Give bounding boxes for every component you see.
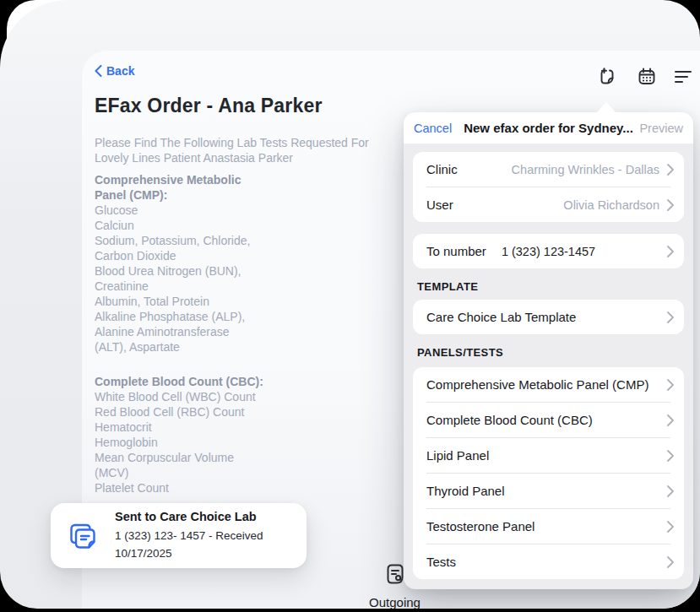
chevron-right-icon [667, 311, 674, 323]
cmp-heading: Panel (CMP): [95, 187, 373, 203]
cbc-item: Mean Corpuscular Volume [95, 450, 373, 465]
cbc-item: Platelet Count [95, 480, 373, 496]
panel-row-lipid[interactable]: Lipid Panel [413, 438, 684, 473]
template-row[interactable]: Care Choice Lab Template [413, 300, 684, 334]
panel-row-tests[interactable]: Tests [413, 544, 684, 579]
template-section-header: TEMPLATE [417, 280, 681, 293]
template-value: Care Choice Lab Template [426, 310, 576, 324]
back-button[interactable]: Back [95, 64, 134, 78]
cmp-item: Albumin, Total Protein [95, 294, 373, 309]
back-chevron-icon [95, 65, 102, 77]
cbc-heading: Complete Blood Count (CBC): [95, 374, 373, 389]
cmp-heading: Comprehensive Metabolic [95, 172, 373, 187]
panels-section-header: PANELS/TESTS [417, 346, 681, 359]
chevron-right-icon [667, 521, 674, 533]
clinic-label: Clinic [426, 162, 458, 176]
back-label: Back [106, 64, 134, 78]
cbc-item: Hematocrit [95, 420, 373, 435]
spacer [95, 355, 373, 374]
cancel-button[interactable]: Cancel [414, 122, 452, 135]
popover-header: Cancel New efax order for Sydney... Prev… [404, 112, 693, 144]
panel-row-testosterone[interactable]: Testosterone Panel [413, 509, 684, 544]
chevron-right-icon [667, 379, 674, 391]
sent-fax-toast[interactable]: Sent to Care Choice Lab 1 (323) 123- 145… [51, 503, 307, 568]
panel-label: Complete Blood Count (CBC) [426, 413, 593, 427]
popover-title: New efax order for Sydney... [464, 121, 633, 135]
panel-label: Testosterone Panel [426, 519, 534, 533]
chevron-right-icon [667, 164, 674, 176]
outgoing-label: Outgoing [359, 595, 431, 609]
user-row[interactable]: User Olivia Richardson [413, 187, 684, 222]
cmp-item: Blood Urea Nitrogen (BUN), [95, 263, 373, 279]
outgoing-fax-icon [383, 577, 408, 592]
cmp-item: Glucose [95, 203, 373, 218]
panel-label: Tests [426, 555, 456, 569]
chevron-right-icon [667, 246, 674, 257]
cmp-item: Calciun [95, 218, 373, 233]
intro-line: Lovely Lines Patient Anastasia Parker [95, 150, 373, 165]
cmp-item: Sodium, Potassium, Chloride, [95, 233, 373, 248]
panel-row-cbc[interactable]: Complete Blood Count (CBC) [413, 403, 684, 437]
documents-icon [51, 518, 115, 554]
calendar-icon[interactable] [636, 66, 658, 88]
cbc-item: (MCV) [95, 465, 373, 480]
chevron-right-icon [667, 199, 674, 211]
panel-row-cmp[interactable]: Comprehensive Metabolic Panel (CMP) [413, 367, 684, 402]
new-efax-popover: Cancel New efax order for Sydney... Prev… [404, 112, 693, 589]
toast-date: 10/17/2025 [115, 544, 300, 562]
popover-body: Clinic Charming Wrinkles - Dallas User O… [404, 144, 693, 589]
cmp-item: Alanine Aminotransferase [95, 324, 373, 339]
intro-line: Please Find The Following Lab Tests Requ… [95, 135, 373, 150]
clinic-user-group: Clinic Charming Wrinkles - Dallas User O… [413, 152, 684, 222]
to-number-group: To number 1 (323) 123-1457 [413, 234, 684, 268]
toast-title: Sent to Care Choice Lab [115, 510, 300, 523]
new-order-icon[interactable] [596, 66, 618, 88]
chevron-right-icon [667, 414, 674, 426]
popover-arrow [597, 102, 616, 112]
user-label: User [426, 198, 453, 212]
cmp-item: (ALT), Aspartate [95, 339, 373, 355]
app-surface: Back EFax Order - Ana Parker Please Find… [0, 0, 700, 609]
clinic-row[interactable]: Clinic Charming Wrinkles - Dallas [413, 152, 684, 187]
document-body: Please Find The Following Lab Tests Requ… [95, 135, 373, 496]
panel-label: Thyroid Panel [426, 484, 505, 498]
preview-button[interactable]: Preview [639, 122, 683, 135]
cmp-item: Creatinine [95, 279, 373, 294]
chevron-right-icon [667, 485, 674, 497]
spacer [95, 165, 373, 172]
cmp-item: Alkaline Phosphatase (ALP), [95, 309, 373, 324]
cbc-item: Hemoglobin [95, 435, 373, 450]
panel-label: Comprehensive Metabolic Panel (CMP) [426, 377, 648, 392]
to-number-value: 1 (323) 123-1457 [502, 245, 595, 258]
chevron-right-icon [667, 450, 674, 462]
panel-label: Lipid Panel [426, 448, 489, 463]
toast-text: Sent to Care Choice Lab 1 (323) 123- 145… [115, 510, 307, 562]
cmp-item: Carbon Dioxide [95, 248, 373, 263]
clinic-value: Charming Wrinkles - Dallas [512, 163, 659, 176]
to-number-label: To number [426, 244, 486, 258]
user-value: Olivia Richardson [563, 198, 659, 212]
cbc-item: White Blood Cell (WBC) Count [95, 389, 373, 404]
template-group: Care Choice Lab Template [413, 300, 684, 334]
filter-icon[interactable] [673, 68, 695, 89]
to-number-row[interactable]: To number 1 (323) 123-1457 [413, 234, 684, 268]
tab-outgoing[interactable]: Outgoing [359, 562, 431, 609]
cbc-item: Red Blood Cell (RBC) Count [95, 404, 373, 420]
chevron-right-icon [667, 556, 674, 568]
panels-group: Comprehensive Metabolic Panel (CMP) Comp… [413, 367, 684, 579]
panel-row-thyroid[interactable]: Thyroid Panel [413, 474, 684, 508]
page-title: EFax Order - Ana Parker [95, 95, 323, 117]
toast-number-status: 1 (323) 123- 1457 - Received [115, 527, 300, 544]
